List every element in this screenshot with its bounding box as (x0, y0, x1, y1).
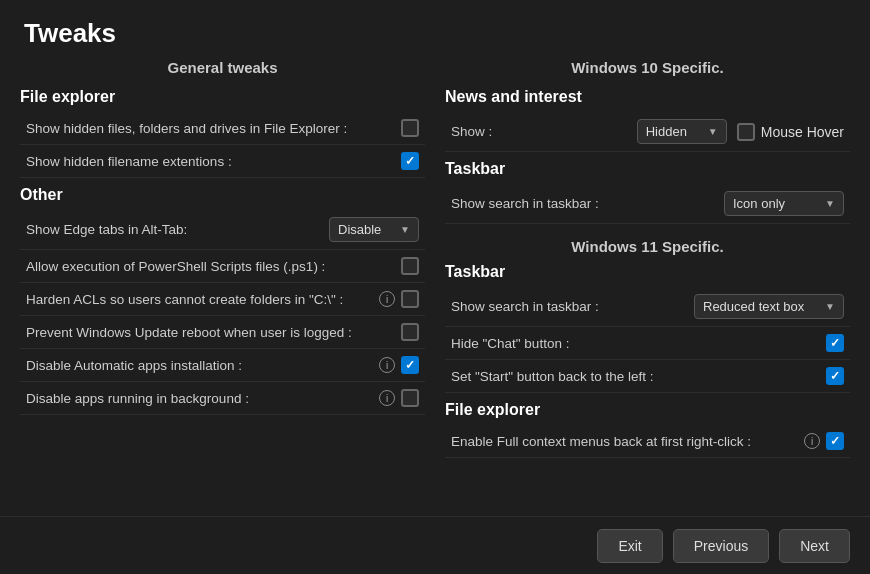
edge-tabs-dropdown[interactable]: Disable ▼ (329, 217, 419, 242)
disable-bg-apps-checkbox[interactable] (401, 389, 419, 407)
dropdown-value: Disable (338, 222, 381, 237)
row-right: i (379, 389, 419, 407)
taskbar-win10-title: Taskbar (445, 160, 850, 178)
chevron-down-icon: ▼ (708, 126, 718, 137)
info-icon[interactable]: i (379, 390, 395, 406)
search-taskbar-win10-dropdown[interactable]: Icon only ▼ (724, 191, 844, 216)
table-row: Show search in taskbar : Reduced text bo… (445, 287, 850, 327)
harden-acls-checkbox[interactable] (401, 290, 419, 308)
show-row: Hidden ▼ Mouse Hover (637, 119, 844, 144)
row-label: Show hidden filename extentions : (26, 154, 232, 169)
row-right: i (379, 290, 419, 308)
table-row: Disable apps running in background : i (20, 382, 425, 415)
table-row: Show Edge tabs in Alt-Tab: Disable ▼ (20, 210, 425, 250)
info-icon[interactable]: i (379, 291, 395, 307)
table-row: Disable Automatic apps installation : i (20, 349, 425, 382)
row-label: Show hidden files, folders and drives in… (26, 121, 347, 136)
table-row: Show hidden filename extentions : (20, 145, 425, 178)
mouse-hover-label: Mouse Hover (761, 124, 844, 140)
row-label: Allow execution of PowerShell Scripts fi… (26, 259, 325, 274)
file-explorer-title: File explorer (20, 88, 425, 106)
info-icon[interactable]: i (804, 433, 820, 449)
previous-button[interactable]: Previous (673, 529, 769, 563)
win11-header: Windows 11 Specific. (445, 238, 850, 255)
dropdown-value: Hidden (646, 124, 687, 139)
full-context-menu-checkbox[interactable] (826, 432, 844, 450)
mouse-hover-group: Mouse Hover (737, 123, 844, 141)
dropdown-value: Icon only (733, 196, 785, 211)
next-button[interactable]: Next (779, 529, 850, 563)
show-label: Show : (451, 124, 492, 139)
right-column: Windows 10 Specific. News and interest S… (445, 59, 850, 503)
file-explorer-win11-title: File explorer (445, 401, 850, 419)
news-interest-title: News and interest (445, 88, 850, 106)
table-row: Set "Start" button back to the left : (445, 360, 850, 393)
row-label: Disable Automatic apps installation : (26, 358, 242, 373)
win10-header: Windows 10 Specific. (445, 59, 850, 76)
prevent-reboot-checkbox[interactable] (401, 323, 419, 341)
left-column: General tweaks File explorer Show hidden… (20, 59, 425, 503)
exit-button[interactable]: Exit (597, 529, 662, 563)
footer: Exit Previous Next (0, 516, 870, 574)
row-label: Show Edge tabs in Alt-Tab: (26, 222, 187, 237)
chevron-down-icon: ▼ (825, 198, 835, 209)
table-row: Show search in taskbar : Icon only ▼ (445, 184, 850, 224)
table-row: Prevent Windows Update reboot when user … (20, 316, 425, 349)
powershell-checkbox[interactable] (401, 257, 419, 275)
news-hidden-dropdown[interactable]: Hidden ▼ (637, 119, 727, 144)
row-label: Disable apps running in background : (26, 391, 249, 406)
row-label: Harden ACLs so users cannot create folde… (26, 292, 343, 307)
row-label: Show search in taskbar : (451, 299, 599, 314)
info-icon[interactable]: i (379, 357, 395, 373)
row-label: Enable Full context menus back at first … (451, 434, 751, 449)
table-row: Harden ACLs so users cannot create folde… (20, 283, 425, 316)
table-row: Enable Full context menus back at first … (445, 425, 850, 458)
chevron-down-icon: ▼ (825, 301, 835, 312)
row-right: i (379, 356, 419, 374)
row-label: Show search in taskbar : (451, 196, 599, 211)
dropdown-value: Reduced text box (703, 299, 804, 314)
general-tweaks-header: General tweaks (20, 59, 425, 76)
mouse-hover-checkbox[interactable] (737, 123, 755, 141)
news-show-row: Show : Hidden ▼ Mouse Hover (445, 112, 850, 152)
page-title: Tweaks (0, 0, 870, 59)
hide-chat-checkbox[interactable] (826, 334, 844, 352)
hidden-files-checkbox[interactable] (401, 119, 419, 137)
row-label: Set "Start" button back to the left : (451, 369, 653, 384)
other-title: Other (20, 186, 425, 204)
table-row: Allow execution of PowerShell Scripts fi… (20, 250, 425, 283)
taskbar-win11-title: Taskbar (445, 263, 850, 281)
row-label: Hide "Chat" button : (451, 336, 569, 351)
row-right: i (804, 432, 844, 450)
table-row: Hide "Chat" button : (445, 327, 850, 360)
search-taskbar-win11-dropdown[interactable]: Reduced text box ▼ (694, 294, 844, 319)
table-row: Show hidden files, folders and drives in… (20, 112, 425, 145)
disable-auto-install-checkbox[interactable] (401, 356, 419, 374)
chevron-down-icon: ▼ (400, 224, 410, 235)
row-label: Prevent Windows Update reboot when user … (26, 325, 352, 340)
start-button-left-checkbox[interactable] (826, 367, 844, 385)
hidden-ext-checkbox[interactable] (401, 152, 419, 170)
